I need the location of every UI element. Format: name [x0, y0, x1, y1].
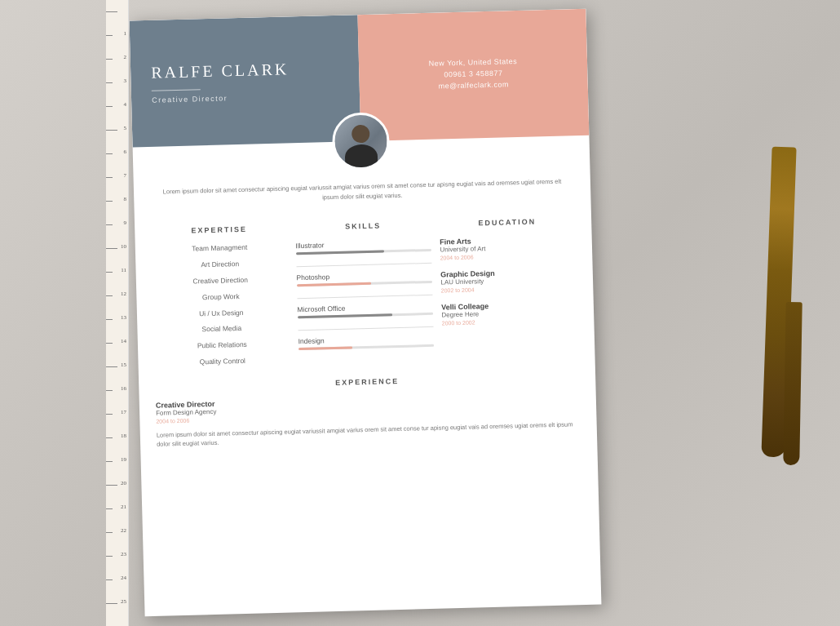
skill-bar-fill	[298, 346, 353, 350]
resume-name: RALFE CLARK	[151, 58, 339, 82]
skill-divider	[298, 326, 434, 331]
education-title: EDUCATION	[439, 216, 575, 228]
expertise-item: Quality Control	[154, 356, 290, 369]
education-list: Fine ArtsUniversity of Art2004 to 2006Gr…	[440, 234, 577, 326]
skill-bar-bg	[297, 281, 433, 286]
expertise-item: Creative Direction	[153, 274, 289, 287]
header-divider	[152, 89, 201, 91]
ruler: 1234567891011121314151617181920212223242…	[106, 0, 129, 626]
person-head	[351, 125, 370, 144]
expertise-item: Public Relations	[154, 340, 290, 353]
skill-bar-bg	[296, 249, 432, 255]
skill-name: Indesign	[298, 334, 434, 345]
contact-phone: 00961 3 458877	[444, 69, 502, 78]
experience-list: Creative DirectorForm Design Agency2004 …	[156, 390, 581, 424]
expertise-column: EXPERTISE Team ManagmentArt DirectionCre…	[151, 224, 290, 375]
experience-description: Lorem ipsum dolor sit amet consectur api…	[157, 420, 581, 449]
expertise-item: Social Media	[153, 323, 290, 336]
skill-item: Indesign	[298, 334, 434, 350]
education-item: Velli ColleageDegree Here2000 to 2002	[441, 300, 577, 326]
skill-item: Microsoft Office	[297, 302, 433, 318]
skill-item: Illustrator	[295, 238, 431, 255]
experience-section: EXPERIENCE Creative DirectorForm Design …	[139, 364, 597, 458]
main-columns: EXPERTISE Team ManagmentArt DirectionCre…	[135, 208, 595, 376]
skill-divider	[297, 295, 433, 299]
expertise-item: Art Direction	[152, 258, 288, 271]
education-column: EDUCATION Fine ArtsUniversity of Art2004…	[439, 216, 578, 367]
education-item: Graphic DesignLAU University2002 to 2004	[440, 267, 577, 293]
expertise-title: EXPERTISE	[151, 224, 287, 235]
skills-title: SKILLS	[295, 220, 431, 232]
skill-item: Photoshop	[296, 270, 432, 286]
skills-column: SKILLS IllustratorPhotoshopMicrosoft Off…	[295, 220, 435, 371]
skill-divider	[296, 263, 432, 267]
experience-title: EXPERIENCE	[155, 372, 579, 392]
contact-email: me@ralfeclark.com	[439, 80, 509, 90]
experience-item: Creative DirectorForm Design Agency2004 …	[156, 390, 581, 424]
expertise-item: Ui / Ux Design	[153, 307, 290, 320]
skills-list: IllustratorPhotoshopMicrosoft OfficeInde…	[295, 238, 434, 350]
resume-paper: RALFE CLARK Creative Director New York, …	[130, 9, 602, 616]
expertise-item: Team Managment	[152, 242, 288, 255]
twig-decoration	[783, 302, 802, 465]
expertise-item: Group Work	[153, 291, 289, 304]
skill-bar-fill	[298, 313, 393, 318]
skill-bar-fill	[296, 250, 384, 255]
skill-bar-fill	[297, 282, 372, 286]
skill-bar-bg	[298, 313, 434, 318]
skill-name: Illustrator	[295, 238, 431, 250]
experience-title-wrap: EXPERIENCE	[155, 372, 579, 392]
resume-title: Creative Director	[152, 91, 339, 104]
summary-text: Lorem ipsum dolor sit amet consectur api…	[158, 177, 566, 207]
education-item: Fine ArtsUniversity of Art2004 to 2006	[440, 234, 576, 260]
person-body	[345, 144, 378, 170]
skill-name: Photoshop	[296, 270, 432, 282]
contact-location: New York, United States	[429, 57, 518, 68]
expertise-list: Team ManagmentArt DirectionCreative Dire…	[152, 242, 291, 368]
skill-name: Microsoft Office	[297, 302, 433, 313]
profile-photo	[332, 112, 391, 171]
skill-bar-bg	[298, 344, 435, 350]
profile-photo-wrap	[132, 107, 590, 176]
